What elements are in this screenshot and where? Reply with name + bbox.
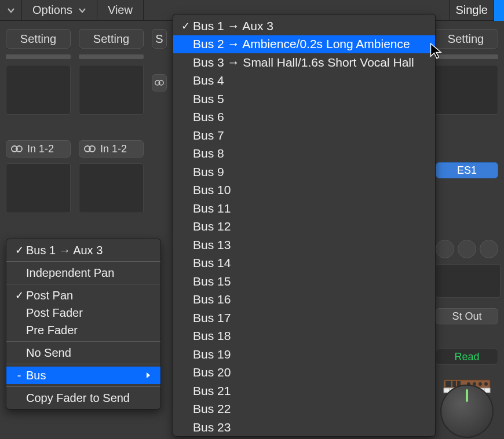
svg-point-12 xyxy=(479,382,482,386)
bus-menu-item[interactable]: Bus 10 xyxy=(173,181,435,200)
menu-separator xyxy=(6,284,160,284)
bus-menu-item-label: Bus 19 xyxy=(193,347,427,361)
bus-menu-item[interactable]: Bus 6 xyxy=(173,108,435,127)
bus-menu-item[interactable]: Bus 7 xyxy=(173,126,435,145)
menu-separator xyxy=(6,364,160,364)
send-knob[interactable] xyxy=(458,240,476,258)
output-button[interactable]: St Out xyxy=(436,308,498,324)
bus-menu-item-label: Bus 6 xyxy=(193,110,427,124)
input-label: In 1-2 xyxy=(27,143,54,155)
bus-menu-item-label: Bus 20 xyxy=(193,365,427,379)
send-slots[interactable] xyxy=(436,264,501,298)
stereo-icon xyxy=(11,144,23,153)
bus-menu-item[interactable]: Bus 16 xyxy=(173,291,435,309)
send-context-menu: ✓Bus 1 → Aux 3Independent Pan✓Post PanPo… xyxy=(6,239,161,409)
bus-menu-item[interactable]: Bus 3 → Small Hall/1.6s Short Vocal Hall xyxy=(173,53,435,72)
bus-menu-item[interactable]: Bus 8 xyxy=(173,145,435,163)
bus-menu-item-label: Bus 8 xyxy=(193,147,427,160)
bus-menu-item-label: Bus 23 xyxy=(193,420,427,434)
stereo-icon xyxy=(155,78,164,87)
bus-menu-item-label: Bus 21 xyxy=(193,384,427,398)
checkmark-icon: ✓ xyxy=(178,20,193,32)
menu-item-label: Copy Fader to Send xyxy=(26,392,155,405)
bus-menu-item-label: Bus 11 xyxy=(193,202,427,215)
bus-menu-item-label: Bus 15 xyxy=(193,275,427,288)
bus-menu-item-label: Bus 7 xyxy=(193,129,427,142)
bus-menu-item[interactable]: ✓Bus 1 → Aux 3 xyxy=(173,17,435,35)
bus-menu-item-label: Bus 22 xyxy=(193,402,427,416)
channel-strip: Setting In 1-2 xyxy=(76,21,146,213)
input-button[interactable]: In 1-2 xyxy=(6,140,71,158)
menu-item-label: No Send xyxy=(26,346,155,360)
chevron-down-icon xyxy=(7,6,15,14)
bus-menu-item[interactable]: Bus 2 → Ambience/0.2s Long Ambience xyxy=(173,35,435,54)
send-knob-row xyxy=(436,240,501,258)
channel-strip: Setting xyxy=(431,21,501,115)
send-knob[interactable] xyxy=(480,240,498,258)
bus-menu-item[interactable]: Bus 9 xyxy=(173,163,435,181)
instrument-slot[interactable]: ES1 xyxy=(436,162,498,178)
eq-slot[interactable] xyxy=(79,65,144,115)
bus-menu-item[interactable]: Bus 18 xyxy=(173,327,435,346)
pan-knob[interactable] xyxy=(440,385,494,438)
bus-menu-item-label: Bus 3 → Small Hall/1.6s Short Vocal Hall xyxy=(193,56,427,69)
toolbar-collapse-button[interactable] xyxy=(0,0,22,21)
send-knob[interactable] xyxy=(436,240,454,258)
menu-item[interactable]: ✓Bus 1 → Aux 3 xyxy=(6,242,160,259)
eq-slot[interactable] xyxy=(6,65,71,115)
setting-button[interactable]: Setting xyxy=(79,29,144,49)
menu-item[interactable]: ✓Post Pan xyxy=(6,287,160,304)
bus-menu-item-label: Bus 4 xyxy=(193,74,427,87)
single-label: Single xyxy=(455,3,488,17)
bus-menu-item-label: Bus 9 xyxy=(193,165,427,179)
options-menu[interactable]: Options xyxy=(22,0,97,21)
bus-menu-item[interactable]: Bus 14 xyxy=(173,254,435,273)
bus-menu-item[interactable]: Bus 23 xyxy=(173,418,435,437)
menu-item-label: Independent Pan xyxy=(26,266,155,280)
bus-menu-item[interactable]: Bus 19 xyxy=(173,345,435,364)
setting-button[interactable]: S xyxy=(152,29,167,49)
bus-submenu: ✓Bus 1 → Aux 3Bus 2 → Ambience/0.2s Long… xyxy=(173,14,436,437)
bus-menu-item[interactable]: Bus 20 xyxy=(173,364,435,382)
bus-menu-item[interactable]: Bus 22 xyxy=(173,400,435,419)
bus-menu-item[interactable]: Bus 21 xyxy=(173,382,435,400)
bus-menu-item[interactable]: Bus 17 xyxy=(173,309,435,327)
svg-rect-8 xyxy=(452,381,456,387)
menu-item[interactable]: No Send xyxy=(6,344,160,361)
menu-item-label: Bus xyxy=(26,369,145,382)
options-label: Options xyxy=(32,3,72,17)
channel-strip: Setting In 1-2 xyxy=(3,21,73,213)
menu-separator xyxy=(6,386,160,387)
submenu-arrow-icon xyxy=(145,371,155,379)
mode-indicator[interactable] xyxy=(494,0,504,21)
menu-item-label: Pre Fader xyxy=(26,324,155,337)
menu-item[interactable]: Post Fader xyxy=(6,304,160,321)
bus-menu-item-label: Bus 13 xyxy=(193,238,427,252)
menu-item-label: Bus 1 → Aux 3 xyxy=(26,244,155,257)
gain-reduction-meter xyxy=(79,54,144,59)
checkmark-icon: ✓ xyxy=(12,289,26,302)
audio-fx-slot[interactable] xyxy=(6,163,71,213)
single-mode-button[interactable]: Single xyxy=(449,0,494,21)
input-button[interactable]: In 1-2 xyxy=(79,140,144,158)
view-label: View xyxy=(108,3,133,17)
menu-item-label: Post Pan xyxy=(26,289,155,302)
bus-menu-item[interactable]: Bus 11 xyxy=(173,199,435,218)
input-button[interactable] xyxy=(152,74,167,92)
menu-item[interactable]: Independent Pan xyxy=(6,264,160,281)
audio-fx-slot[interactable] xyxy=(79,163,144,213)
automation-mode-button[interactable]: Read xyxy=(436,349,498,365)
bus-menu-item[interactable]: Bus 4 xyxy=(173,72,435,90)
input-label: In 1-2 xyxy=(100,143,127,155)
eq-slot[interactable] xyxy=(433,65,498,115)
view-menu[interactable]: View xyxy=(97,0,144,21)
menu-item[interactable]: Pre Fader xyxy=(6,321,160,339)
setting-button[interactable]: Setting xyxy=(6,29,71,49)
bus-menu-item[interactable]: Bus 15 xyxy=(173,272,435,291)
bus-menu-item[interactable]: Bus 5 xyxy=(173,90,435,108)
menu-item[interactable]: Copy Fader to Send xyxy=(6,389,160,407)
stereo-icon xyxy=(84,144,96,153)
menu-item-bus-submenu[interactable]: -Bus xyxy=(6,367,160,384)
bus-menu-item[interactable]: Bus 13 xyxy=(173,236,435,254)
bus-menu-item[interactable]: Bus 12 xyxy=(173,218,435,236)
